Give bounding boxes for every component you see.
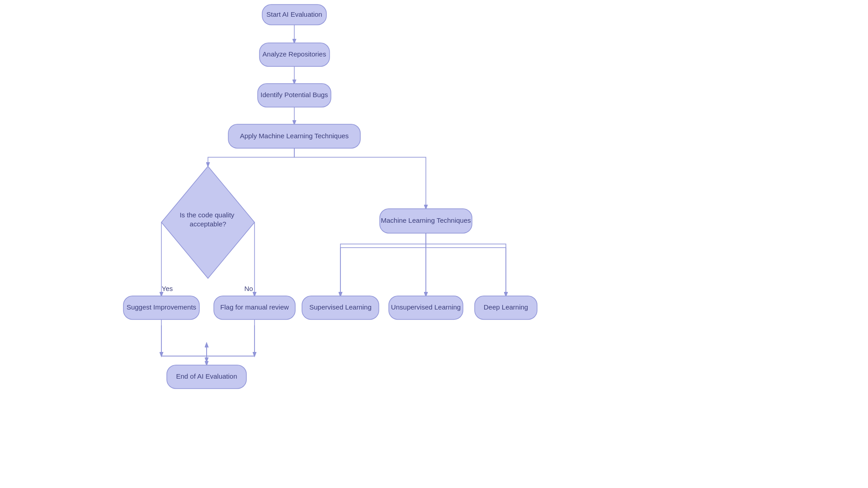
identify-label: Identify Potential Bugs bbox=[260, 91, 328, 99]
deep-learning-label: Deep Learning bbox=[484, 303, 528, 311]
arrow-suggest-end bbox=[161, 325, 207, 356]
unsupervised-label: Unsupervised Learning bbox=[391, 303, 461, 311]
supervised-label: Supervised Learning bbox=[309, 303, 372, 311]
arrow-apply-ml bbox=[294, 148, 426, 209]
end-label: End of AI Evaluation bbox=[176, 372, 237, 380]
suggest-label: Suggest Improvements bbox=[127, 303, 196, 311]
arrow-ml-sup bbox=[340, 233, 426, 296]
arrow-ml-deep2 bbox=[426, 233, 506, 296]
apply-label: Apply Machine Learning Techniques bbox=[240, 132, 349, 140]
flag-label: Flag for manual review bbox=[220, 303, 289, 311]
arrow-flag-end bbox=[207, 325, 255, 356]
no-label: No bbox=[244, 285, 253, 292]
arrow-ml-supervised bbox=[340, 233, 426, 296]
arrow-apply-diamond bbox=[208, 148, 294, 166]
yes-label: Yes bbox=[162, 285, 173, 292]
start-label: Start AI Evaluation bbox=[266, 10, 322, 18]
arrow-ml-deep bbox=[426, 233, 506, 296]
analyze-label: Analyze Repositories bbox=[263, 50, 326, 58]
ml-techniques-label: Machine Learning Techniques bbox=[381, 216, 471, 224]
